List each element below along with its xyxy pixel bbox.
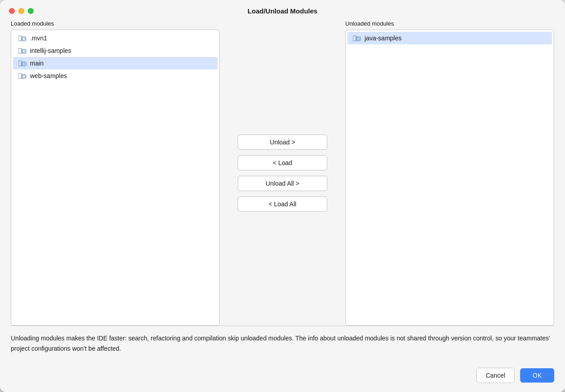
- unload-all-button[interactable]: Unload All >: [238, 176, 327, 191]
- close-button[interactable]: [9, 8, 15, 14]
- svg-rect-14: [357, 38, 360, 40]
- module-folder-icon: [18, 47, 26, 54]
- minimize-button[interactable]: [18, 8, 24, 14]
- info-text: Unloading modules makes the IDE faster: …: [11, 326, 554, 362]
- module-item-web-samples[interactable]: web-samples: [13, 70, 217, 82]
- module-item-intellij-samples[interactable]: intellij-samples: [13, 44, 217, 57]
- module-name: intellij-samples: [30, 47, 71, 54]
- module-folder-icon: [18, 72, 26, 79]
- unloaded-modules-list[interactable]: java-samples: [345, 30, 554, 326]
- svg-rect-5: [22, 50, 25, 52]
- loaded-modules-section: Loaded modules .mvn1: [11, 20, 220, 326]
- unloaded-modules-section: Unloaded modules java-samples: [345, 20, 554, 326]
- svg-rect-2: [22, 38, 25, 40]
- load-button[interactable]: < Load: [238, 155, 327, 170]
- middle-buttons-area: Unload > < Load Unload All > < Load All: [220, 20, 345, 326]
- load-all-button[interactable]: < Load All: [238, 196, 327, 212]
- module-name: .mvn1: [30, 35, 47, 42]
- module-folder-icon: [18, 60, 26, 67]
- module-item-main[interactable]: main: [13, 57, 217, 70]
- window-controls: [9, 8, 34, 14]
- module-folder-icon: [353, 35, 361, 42]
- loaded-modules-list[interactable]: .mvn1 intellij-samples: [11, 30, 220, 326]
- loaded-modules-label: Loaded modules: [11, 20, 220, 27]
- module-name: java-samples: [365, 35, 401, 42]
- bottom-bar: Cancel OK: [0, 362, 565, 392]
- module-item-mvn1[interactable]: .mvn1: [13, 32, 217, 44]
- panels-area: Loaded modules .mvn1: [11, 20, 554, 326]
- svg-rect-11: [22, 75, 25, 78]
- dialog-content: Loaded modules .mvn1: [0, 20, 565, 362]
- dialog: Load/Unload Modules Loaded modules .mvn1: [0, 0, 565, 392]
- maximize-button[interactable]: [28, 8, 34, 14]
- ok-button[interactable]: OK: [520, 368, 554, 383]
- unloaded-modules-label: Unloaded modules: [345, 20, 554, 27]
- unload-button[interactable]: Unload >: [238, 135, 327, 150]
- cancel-button[interactable]: Cancel: [476, 368, 515, 383]
- module-item-java-samples[interactable]: java-samples: [348, 32, 552, 44]
- module-name: main: [30, 60, 43, 67]
- module-folder-icon: [18, 35, 26, 42]
- dialog-title: Load/Unload Modules: [248, 7, 317, 15]
- title-bar: Load/Unload Modules: [0, 0, 565, 20]
- svg-rect-8: [22, 63, 25, 65]
- module-name: web-samples: [30, 72, 67, 79]
